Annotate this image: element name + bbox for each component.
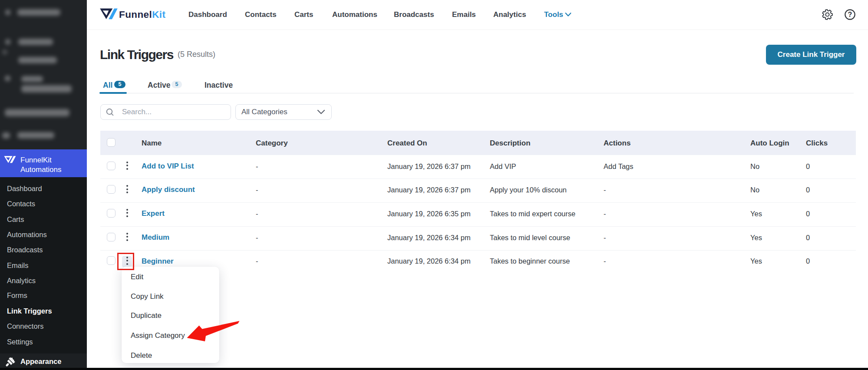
svg-text:?: ?	[848, 11, 852, 18]
